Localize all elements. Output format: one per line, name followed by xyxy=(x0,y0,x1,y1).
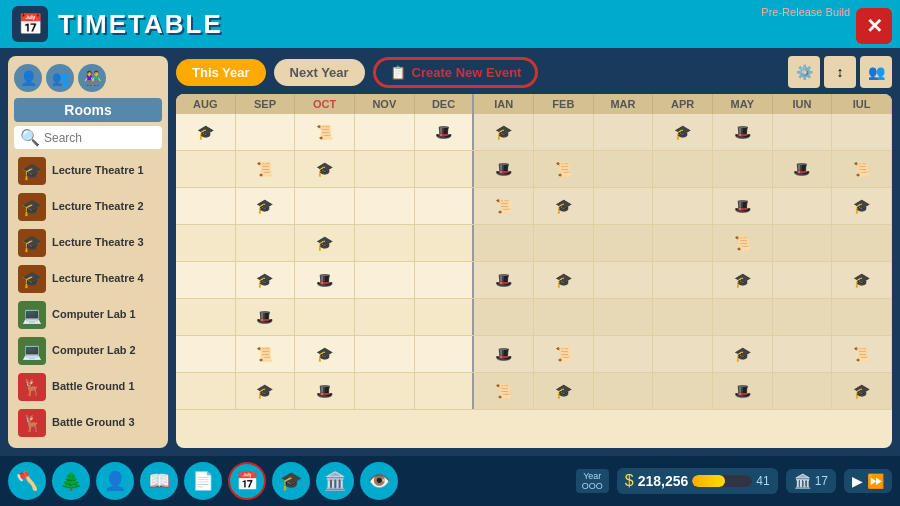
grid-cell[interactable]: 🎓 xyxy=(534,373,594,409)
grid-cell[interactable] xyxy=(594,336,654,372)
grid-cell[interactable] xyxy=(415,151,475,187)
grid-cell[interactable] xyxy=(534,114,594,150)
room-item-7[interactable]: 🦌 Battle Ground 1 xyxy=(14,369,162,405)
grid-cell[interactable] xyxy=(295,188,355,224)
grid-cell[interactable] xyxy=(176,151,236,187)
grid-cell[interactable] xyxy=(355,114,415,150)
grid-cell[interactable]: 🎓 xyxy=(832,262,892,298)
grid-cell[interactable] xyxy=(773,114,833,150)
student-icon-btn[interactable]: 👤 xyxy=(14,64,42,92)
grid-cell[interactable] xyxy=(355,225,415,261)
grid-cell[interactable] xyxy=(773,373,833,409)
grid-cell[interactable] xyxy=(773,299,833,335)
grid-cell[interactable] xyxy=(176,188,236,224)
grid-cell[interactable] xyxy=(176,373,236,409)
filter-button[interactable]: ⚙️ xyxy=(788,56,820,88)
grid-cell[interactable]: 🎩 xyxy=(713,373,773,409)
grid-cell[interactable] xyxy=(653,151,713,187)
grid-cell[interactable]: 🎓 xyxy=(295,151,355,187)
grid-cell[interactable]: 🎩 xyxy=(713,188,773,224)
task-tree[interactable]: 🌲 xyxy=(52,462,90,500)
group-button[interactable]: 👥 xyxy=(860,56,892,88)
grid-cell[interactable] xyxy=(832,114,892,150)
task-axe[interactable]: 🪓 xyxy=(8,462,46,500)
grid-cell[interactable] xyxy=(355,262,415,298)
grid-cell[interactable] xyxy=(594,373,654,409)
grid-cell[interactable]: 🎩 xyxy=(295,262,355,298)
grid-cell[interactable]: 🎓 xyxy=(832,373,892,409)
grid-cell[interactable]: 🎓 xyxy=(295,336,355,372)
next-year-button[interactable]: Next Year xyxy=(274,59,365,86)
grid-cell[interactable] xyxy=(355,336,415,372)
grid-cell[interactable] xyxy=(176,262,236,298)
grid-cell[interactable]: 🎩 xyxy=(236,299,296,335)
grid-cell[interactable]: 📜 xyxy=(236,336,296,372)
grid-cell[interactable] xyxy=(594,225,654,261)
grid-cell[interactable]: 📜 xyxy=(832,336,892,372)
grid-cell[interactable] xyxy=(534,299,594,335)
grid-cell[interactable] xyxy=(415,373,475,409)
grid-cell[interactable]: 🎓 xyxy=(236,188,296,224)
room-item-8[interactable]: 🦌 Battle Ground 3 xyxy=(14,405,162,441)
room-item-4[interactable]: 🎓 Lecture Theatre 4 xyxy=(14,261,162,297)
grid-cell[interactable]: 🎓 xyxy=(295,225,355,261)
grid-cell[interactable] xyxy=(832,299,892,335)
grid-cell[interactable]: 🎩 xyxy=(773,151,833,187)
grid-cell[interactable]: 🎓 xyxy=(236,262,296,298)
grid-cell[interactable] xyxy=(653,299,713,335)
people-icon-btn[interactable]: 👫 xyxy=(78,64,106,92)
grid-cell[interactable]: 📜 xyxy=(534,336,594,372)
task-person[interactable]: 👤 xyxy=(96,462,134,500)
grid-cell[interactable] xyxy=(773,262,833,298)
search-box[interactable]: 🔍 xyxy=(14,126,162,149)
grid-cell[interactable] xyxy=(594,299,654,335)
grid-cell[interactable]: 🎓 xyxy=(474,114,534,150)
grid-cell[interactable] xyxy=(594,151,654,187)
room-item-5[interactable]: 💻 Computer Lab 1 xyxy=(14,297,162,333)
grid-cell[interactable] xyxy=(355,151,415,187)
grid-cell[interactable]: 📜 xyxy=(295,114,355,150)
grid-cell[interactable]: 📜 xyxy=(713,225,773,261)
grid-cell[interactable] xyxy=(713,151,773,187)
grid-cell[interactable]: 🎩 xyxy=(474,336,534,372)
task-eye[interactable]: 👁️ xyxy=(360,462,398,500)
grid-cell[interactable] xyxy=(653,262,713,298)
grid-cell[interactable]: 📜 xyxy=(236,151,296,187)
grid-cell[interactable]: 📜 xyxy=(474,373,534,409)
grid-cell[interactable] xyxy=(773,225,833,261)
grid-cell[interactable] xyxy=(474,299,534,335)
grid-cell[interactable] xyxy=(295,299,355,335)
grid-cell[interactable]: 🎓 xyxy=(534,188,594,224)
room-item-1[interactable]: 🎓 Lecture Theatre 1 xyxy=(14,153,162,189)
grid-cell[interactable] xyxy=(534,225,594,261)
grid-cell[interactable] xyxy=(713,299,773,335)
group-icon-btn[interactable]: 👥 xyxy=(46,64,74,92)
grid-cell[interactable] xyxy=(415,262,475,298)
grid-cell[interactable] xyxy=(653,225,713,261)
grid-cell[interactable]: 🎓 xyxy=(176,114,236,150)
grid-cell[interactable] xyxy=(176,225,236,261)
task-building[interactable]: 🏛️ xyxy=(316,462,354,500)
task-hat[interactable]: 🎓 xyxy=(272,462,310,500)
grid-cell[interactable] xyxy=(355,299,415,335)
grid-cell[interactable] xyxy=(415,336,475,372)
grid-cell[interactable] xyxy=(355,188,415,224)
grid-cell[interactable] xyxy=(773,336,833,372)
close-button[interactable]: ✕ xyxy=(856,8,892,44)
grid-cell[interactable] xyxy=(594,114,654,150)
search-input[interactable] xyxy=(44,131,156,145)
grid-cell[interactable]: 🎓 xyxy=(713,336,773,372)
grid-cell[interactable] xyxy=(653,188,713,224)
grid-cell[interactable] xyxy=(653,373,713,409)
grid-cell[interactable]: 🎩 xyxy=(415,114,475,150)
grid-cell[interactable] xyxy=(594,262,654,298)
grid-cell[interactable]: 📜 xyxy=(474,188,534,224)
this-year-button[interactable]: This Year xyxy=(176,59,266,86)
grid-cell[interactable]: 🎩 xyxy=(295,373,355,409)
grid-cell[interactable]: 🎓 xyxy=(832,188,892,224)
grid-cell[interactable] xyxy=(415,188,475,224)
grid-cell[interactable]: 📜 xyxy=(832,151,892,187)
room-item-6[interactable]: 💻 Computer Lab 2 xyxy=(14,333,162,369)
grid-cell[interactable]: 🎓 xyxy=(534,262,594,298)
task-doc[interactable]: 📄 xyxy=(184,462,222,500)
